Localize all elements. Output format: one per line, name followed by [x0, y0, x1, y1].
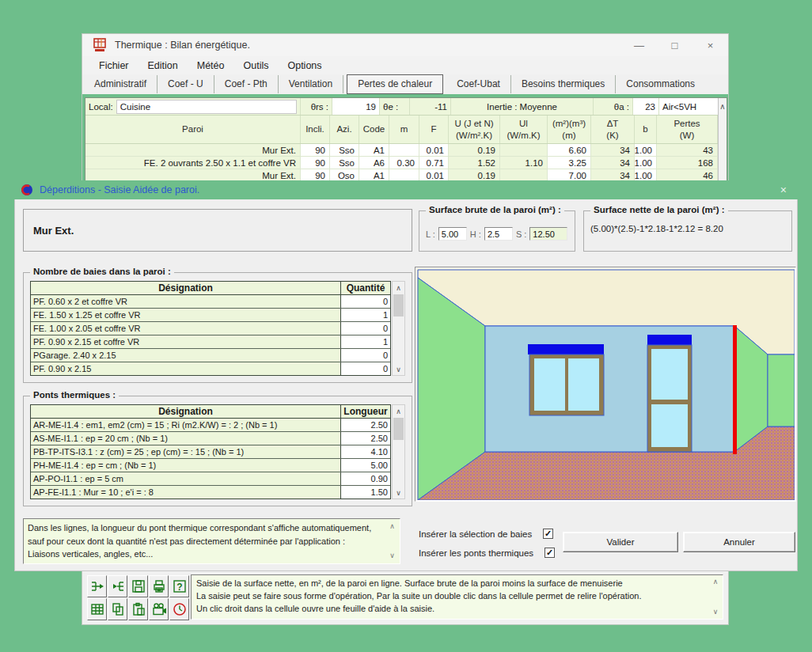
tab-coef-ubat[interactable]: Coef-Ubat [446, 75, 511, 93]
pont-value[interactable]: 2.50 [341, 432, 390, 445]
table-cell[interactable]: A1 [359, 144, 389, 157]
table-button[interactable] [87, 598, 107, 620]
table-cell[interactable]: 90 [301, 144, 330, 157]
baie-value[interactable]: 0 [341, 295, 390, 308]
maximize-button[interactable]: □ [657, 34, 692, 56]
close-button[interactable]: × [692, 34, 728, 56]
table-cell[interactable]: 1.00 [635, 157, 657, 169]
tab-coef-u[interactable]: Coef - U [157, 75, 214, 93]
table-cell[interactable]: 34 [591, 157, 635, 169]
tab-besoins-thermiques[interactable]: Besoins thermiques [511, 75, 616, 93]
dialog-close-icon[interactable]: × [776, 184, 791, 196]
local-input[interactable]: Cuisine [116, 100, 297, 114]
ponts-scrollbar[interactable]: ∧ ∨ [392, 404, 405, 499]
pont-row[interactable]: PH-ME-I1.4 : ep = cm ; (Nb = 1)5.00 [31, 459, 390, 472]
table-cell[interactable]: 0.01 [419, 144, 449, 157]
menu-meteo[interactable]: Météo [188, 58, 233, 74]
status-scroll-down-icon[interactable]: ∨ [713, 607, 719, 617]
help-button[interactable]: ? [169, 575, 189, 597]
inserer-baies-checkbox[interactable]: ✓ [543, 529, 553, 539]
timer-button[interactable] [169, 598, 189, 620]
table-cell[interactable]: 1.00 [635, 144, 657, 157]
pont-row[interactable]: PB-TP-ITS-I3.1 : z (cm) = 25 ; ep (cm) =… [31, 445, 390, 459]
inserer-ponts-checkbox[interactable]: ✓ [544, 548, 555, 558]
pont-value[interactable]: 0.90 [341, 472, 390, 485]
scroll-up-icon[interactable]: ∧ [719, 98, 727, 114]
menu-fichier[interactable]: Fichier [90, 58, 138, 74]
baie-value[interactable]: 0 [341, 322, 390, 335]
valider-button[interactable]: Valider [563, 532, 678, 552]
pont-value[interactable]: 4.10 [341, 445, 390, 458]
print-button[interactable] [149, 575, 169, 597]
baie-row[interactable]: FE. 1.50 x 1.25 et coffre VR1 [31, 309, 390, 322]
pont-row[interactable]: AP-FE-I1.1 : Mur = 10 ; e'i = : 81.50 [31, 486, 390, 498]
tab-coef-pth[interactable]: Coef - Pth [214, 75, 279, 93]
baie-row[interactable]: PF. 0.90 x 2.15 et coffre VR1 [31, 335, 390, 349]
table-cell[interactable]: 90 [301, 157, 330, 169]
table-cell[interactable]: Mur Ext. [85, 144, 301, 157]
table-cell[interactable] [389, 144, 419, 157]
ponts-scroll-thumb[interactable] [393, 418, 404, 440]
theta-a-value[interactable]: 23 [633, 98, 659, 115]
table-cell[interactable]: 0.19 [449, 144, 500, 157]
annuler-button[interactable]: Annuler [683, 532, 795, 552]
baies-scroll-down-icon[interactable]: ∨ [393, 363, 404, 375]
baie-row[interactable]: FE. 1.00 x 2.05 et coffre VR0 [31, 322, 390, 335]
flow-export-button[interactable] [87, 575, 107, 597]
baie-value[interactable]: 0 [341, 362, 390, 375]
table-cell[interactable]: 0.71 [419, 157, 449, 169]
table-cell[interactable]: A6 [359, 157, 389, 169]
pont-value[interactable]: 5.00 [341, 459, 390, 472]
tab-ventilation[interactable]: Ventilation [279, 75, 343, 93]
ponts-scroll-up-icon[interactable]: ∧ [393, 405, 404, 417]
flow-import-button[interactable] [108, 575, 127, 597]
menu-options[interactable]: Options [279, 58, 330, 74]
table-cell[interactable]: 43 [657, 144, 718, 157]
theta-rs-value[interactable]: 19 [332, 98, 380, 115]
ponts-scroll-down-icon[interactable]: ∨ [393, 487, 404, 498]
table-cell[interactable]: 34 [591, 144, 635, 157]
minimize-button[interactable]: — [621, 34, 657, 56]
save-button[interactable] [128, 575, 148, 597]
paste-button[interactable] [128, 598, 148, 620]
info-scroll-down-icon[interactable]: ∨ [389, 551, 395, 562]
baie-row[interactable]: PF. 0.60 x 2 et coffre VR0 [31, 295, 390, 309]
baie-row[interactable]: PGarage. 2.40 x 2.150 [31, 349, 390, 362]
pont-value[interactable]: 1.50 [341, 486, 390, 498]
table-cell[interactable]: 1.52 [449, 157, 500, 169]
table-cell[interactable]: Sso [330, 157, 359, 169]
copy-button[interactable] [108, 598, 127, 620]
pont-value[interactable]: 2.50 [341, 419, 390, 431]
table-cell[interactable]: 1.10 [500, 157, 548, 169]
pont-row[interactable]: AS-ME-I1.1 : ep = 20 cm ; (Nb = 1)2.50 [31, 432, 390, 445]
info-scroll-up-icon[interactable]: ∧ [389, 521, 395, 533]
baies-scroll-thumb[interactable] [393, 294, 404, 317]
table-cell[interactable]: 6.60 [548, 144, 591, 157]
tab-consommations[interactable]: Consommations [616, 75, 705, 93]
pont-row[interactable]: AP-PO-I1.1 : ep = 5 cm0.90 [31, 472, 390, 486]
tab-administratif[interactable]: Administratif [84, 75, 157, 93]
table-row[interactable]: Mur Ext.90SsoA10.010.196.60341.0043 [85, 144, 718, 157]
table-row[interactable]: FE. 2 ouvrants 2.50 x 1.1 et coffre VR90… [85, 157, 718, 169]
l-field[interactable]: 5.00 [438, 227, 467, 241]
tab-pertes-de-chaleur[interactable]: Pertes de chaleur [347, 74, 443, 94]
menu-outils[interactable]: Outils [235, 58, 278, 74]
table-cell[interactable]: 0.30 [389, 157, 419, 169]
pont-row[interactable]: AR-ME-I1.4 : em1, em2 (cm) = 15 ; Ri (m2… [31, 419, 390, 432]
table-cell[interactable]: FE. 2 ouvrants 2.50 x 1.1 et coffre VR [85, 157, 301, 169]
table-cell[interactable]: Sso [330, 144, 359, 157]
table-scrollbar[interactable]: ∧ [718, 98, 727, 182]
table-cell[interactable]: 168 [657, 157, 718, 169]
baie-value[interactable]: 1 [341, 309, 390, 321]
table-cell[interactable] [500, 144, 548, 157]
menu-edition[interactable]: Edition [139, 58, 187, 74]
s-field[interactable]: 12.50 [529, 227, 567, 241]
baie-value[interactable]: 1 [341, 335, 390, 348]
video-button[interactable] [149, 598, 169, 620]
table-cell[interactable]: 3.25 [548, 157, 591, 169]
baie-row[interactable]: PF. 0.90 x 2.150 [31, 362, 390, 375]
baies-scrollbar[interactable]: ∧ ∨ [392, 281, 405, 376]
baies-scroll-up-icon[interactable]: ∧ [393, 282, 404, 294]
baie-value[interactable]: 0 [341, 349, 390, 362]
status-scroll-up-icon[interactable]: ∧ [713, 577, 719, 587]
